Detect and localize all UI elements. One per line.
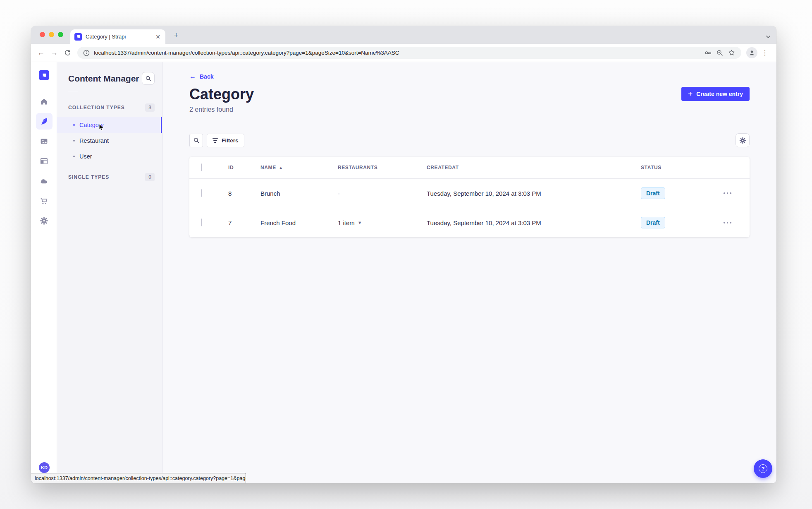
column-header-status: STATUS [641, 165, 724, 170]
main-panel: ← Back Category 2 entries found + Create… [162, 62, 776, 483]
sidebar-item-label: Category [79, 122, 104, 128]
back-link[interactable]: ← Back [189, 73, 213, 80]
table-header-row: ID NAME ▲ RESTAURANTS CREATEDAT STATUS [189, 157, 750, 178]
settings-gear-icon[interactable] [36, 212, 53, 229]
tab-search-chevron-icon[interactable] [766, 33, 771, 40]
back-arrow-icon: ← [189, 73, 196, 80]
column-header-id[interactable]: ID [228, 165, 260, 170]
url-text: localhost:1337/admin/content-manager/col… [94, 50, 700, 56]
minimize-window-button[interactable] [49, 32, 54, 37]
bullet-icon [73, 124, 75, 126]
reload-icon[interactable] [62, 47, 73, 59]
page-title: Category [189, 87, 254, 102]
content-type-builder-icon[interactable] [36, 153, 53, 169]
row-actions-icon[interactable] [724, 192, 731, 194]
browser-profile-avatar[interactable] [746, 47, 757, 58]
create-button-label: Create new entry [696, 91, 743, 97]
sidebar-item-user[interactable]: User [57, 149, 162, 164]
strapi-logo [39, 70, 49, 80]
subnav-title: Content Manager [68, 74, 139, 84]
cell-id: 7 [228, 219, 260, 226]
cell-name: French Food [260, 219, 338, 226]
marketplace-cart-icon[interactable] [36, 192, 53, 209]
browser-tab[interactable]: Category | Strapi ✕ [70, 29, 165, 44]
media-library-icon[interactable] [36, 133, 53, 149]
cell-createdat: Tuesday, September 10, 2024 at 3:03 PM [427, 190, 641, 197]
help-button[interactable]: ? [754, 459, 772, 478]
forward-nav-icon[interactable]: → [48, 47, 60, 59]
user-avatar[interactable]: KD [39, 462, 50, 473]
close-window-button[interactable] [40, 32, 45, 37]
collection-types-count-badge: 3 [145, 103, 155, 112]
content-manager-icon[interactable] [36, 113, 53, 130]
plus-icon: + [688, 90, 693, 98]
zoom-window-button[interactable] [58, 32, 63, 37]
chevron-down-icon: ▼ [358, 220, 362, 225]
cell-createdat: Tuesday, September 10, 2024 at 3:03 PM [427, 219, 641, 226]
create-new-entry-button[interactable]: + Create new entry [681, 87, 750, 101]
strapi-favicon [74, 33, 82, 41]
main-nav-rail: KD [31, 62, 57, 483]
link-preview-status-bar: localhost:1337/admin/content-manager/col… [31, 473, 246, 483]
list-search-button[interactable] [189, 134, 203, 147]
cell-name: Brunch [260, 190, 338, 197]
rail-divider [37, 88, 51, 88]
browser-toolbar: ← → localhost:1337/admin/content-manager… [31, 44, 776, 62]
strapi-admin: KD Content Manager COLLECTION TYPES 3 [31, 62, 776, 483]
password-key-icon[interactable] [704, 49, 712, 57]
status-badge: Draft [641, 187, 665, 199]
browser-window: Category | Strapi ✕ + ← → localhost:1337… [31, 26, 776, 483]
bullet-icon [73, 140, 75, 142]
sidebar-item-category[interactable]: Category [57, 117, 162, 133]
row-checkbox[interactable] [201, 218, 202, 226]
bullet-icon [73, 156, 75, 157]
tab-close-icon[interactable]: ✕ [155, 34, 161, 40]
cell-restaurants-relation[interactable]: 1 item ▼ [338, 219, 427, 226]
new-tab-button[interactable]: + [171, 30, 182, 41]
row-checkbox[interactable] [201, 189, 202, 197]
sidebar-item-restaurant[interactable]: Restaurant [57, 133, 162, 149]
content-manager-subnav: Content Manager COLLECTION TYPES 3 Categ… [57, 62, 162, 483]
browser-menu-icon[interactable]: ⋮ [759, 47, 771, 59]
cell-id: 8 [228, 190, 260, 197]
section-label-single-types: SINGLE TYPES [68, 174, 109, 180]
entries-count: 2 entries found [189, 106, 254, 113]
subnav-divider [68, 92, 78, 92]
tab-strip: Category | Strapi ✕ + [31, 26, 776, 44]
sort-ascending-icon: ▲ [279, 166, 283, 170]
single-types-count-badge: 0 [145, 173, 155, 181]
tab-title: Category | Strapi [86, 34, 151, 40]
filters-button[interactable]: Filters [207, 134, 244, 147]
home-icon[interactable] [36, 93, 53, 110]
entries-table: ID NAME ▲ RESTAURANTS CREATEDAT STATUS 8 [189, 157, 750, 237]
bookmark-star-icon[interactable] [728, 49, 736, 57]
table-row[interactable]: 8 Brunch - Tuesday, September 10, 2024 a… [189, 178, 750, 208]
cell-restaurants: - [338, 190, 427, 197]
select-all-checkbox[interactable] [201, 163, 202, 171]
filter-icon [213, 138, 218, 143]
question-mark-icon: ? [759, 464, 767, 473]
status-badge: Draft [641, 217, 665, 228]
row-actions-icon[interactable] [724, 222, 731, 223]
zoom-page-icon[interactable] [716, 49, 724, 57]
subnav-search-button[interactable] [142, 72, 155, 85]
address-bar[interactable]: localhost:1337/admin/content-manager/col… [77, 47, 741, 59]
section-label-collection-types: COLLECTION TYPES [68, 105, 125, 110]
deploy-cloud-icon[interactable] [36, 173, 53, 189]
site-info-icon[interactable] [83, 50, 90, 56]
view-settings-gear-button[interactable] [736, 133, 750, 147]
column-header-name[interactable]: NAME ▲ [260, 165, 338, 170]
filters-button-label: Filters [222, 137, 239, 144]
column-header-createdat: CREATEDAT [427, 165, 641, 170]
sidebar-item-label: User [79, 153, 92, 160]
back-label: Back [200, 73, 213, 80]
table-row[interactable]: 7 French Food 1 item ▼ Tuesday, Septembe… [189, 208, 750, 237]
column-header-restaurants: RESTAURANTS [338, 165, 427, 170]
window-controls [40, 32, 63, 37]
sidebar-item-label: Restaurant [79, 137, 109, 144]
back-nav-icon[interactable]: ← [35, 47, 47, 59]
